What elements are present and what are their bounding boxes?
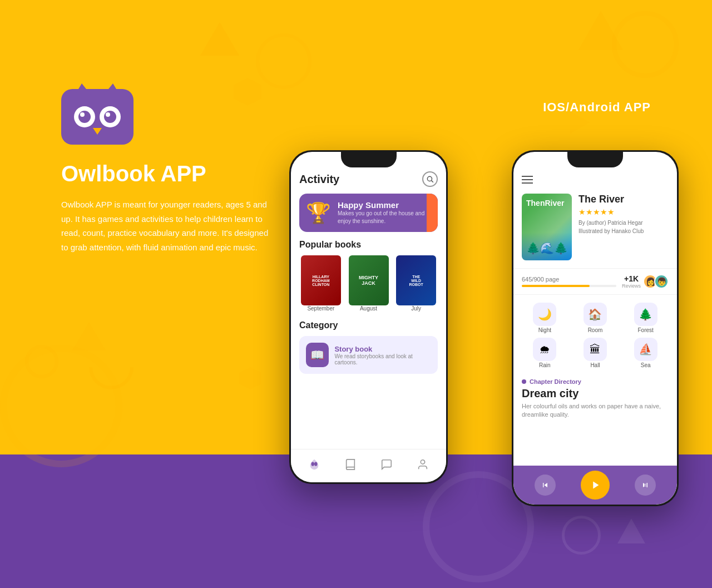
progress-bar-bg (522, 285, 616, 287)
app-description: Owlbook APP is meant for younger readers… (61, 197, 273, 254)
book-cover-mighty-jack: MIGHTYJACK (349, 255, 389, 305)
night-icon: 🌙 (533, 303, 556, 326)
deco-circle-1 (612, 11, 679, 78)
phone-notch-1 (341, 152, 397, 167)
book-detail-screen: 🌲🌊🌲 The River ★★★★★ By (author) Patricia… (513, 152, 677, 505)
book-detail-card: 🌲🌊🌲 The River ★★★★★ By (author) Patricia… (513, 188, 677, 266)
app-title: Owlbook APP (61, 161, 273, 186)
chapter-section: Chapter Directory Dream city Her colourf… (513, 374, 677, 424)
play-button[interactable] (581, 471, 610, 500)
owl-eye-left (74, 106, 95, 127)
banner-text: Happy Summer Makes you go out of the hou… (338, 200, 431, 225)
phone-book-detail: 🌲🌊🌲 The River ★★★★★ By (author) Patricia… (512, 150, 679, 506)
nav-home[interactable] (308, 458, 320, 474)
nav-library[interactable] (344, 458, 357, 474)
reviews-count: +1K (622, 274, 641, 283)
svg-point-4 (421, 459, 424, 463)
menu-line-1 (522, 176, 533, 177)
river-trees-deco: 🌲🌊🌲 (522, 241, 572, 255)
room-label: Room (588, 327, 603, 333)
progress-text: 645/900 page (522, 276, 616, 283)
hamburger-menu[interactable] (522, 176, 533, 184)
env-room[interactable]: 🏠 Room (572, 303, 619, 333)
env-sea[interactable]: ⛵ Sea (622, 338, 669, 368)
prev-button[interactable] (535, 475, 556, 496)
chapter-label-text: Chapter Directory (530, 378, 581, 385)
owl-logo (61, 89, 134, 145)
environment-grid: 🌙 Night 🏠 Room 🌲 Forest 🌧 Rain 🏛 (513, 297, 677, 374)
category-card-storybook[interactable]: 📖 Story book We read storybooks and look… (299, 336, 438, 374)
left-content: Owlbook APP Owlbook APP is meant for you… (61, 89, 273, 254)
menu-line-3 (522, 182, 533, 184)
night-label: Night (538, 327, 551, 333)
book-cover-hillary: HILLARYRODHAMCLINTON (301, 255, 341, 305)
deco-triangle-1 (200, 22, 239, 56)
deco-triangle-3 (72, 323, 106, 350)
book-item-1[interactable]: HILLARYRODHAMCLINTON September (299, 255, 343, 312)
chapter-label: Chapter Directory (522, 378, 669, 385)
owl-pupil-left (78, 111, 91, 123)
platform-label: IOS/Android APP (543, 100, 651, 115)
book-title: The River (578, 194, 669, 205)
bottom-nav (291, 449, 446, 482)
sea-icon: ⛵ (634, 338, 657, 361)
svg-point-3 (314, 462, 318, 466)
svg-line-1 (432, 181, 433, 182)
chapter-title: Dream city (522, 387, 669, 400)
next-button[interactable] (635, 475, 656, 496)
progress-section: 645/900 page +1K Reviews 👩 👦 (513, 268, 677, 295)
rain-label: Rain (539, 362, 551, 368)
nav-profile[interactable] (417, 458, 429, 474)
search-button[interactable] (422, 171, 438, 187)
env-rain[interactable]: 🌧 Rain (522, 338, 568, 368)
reviews-badge: +1K Reviews (622, 274, 641, 289)
svg-point-0 (427, 176, 432, 181)
avatar-2: 👦 (654, 274, 669, 289)
owl-beak-icon (93, 128, 102, 135)
owl-pupil-right (104, 111, 116, 123)
hall-label: Hall (590, 362, 600, 368)
progress-info: 645/900 page (522, 276, 616, 287)
chapter-description: Her colourful oils and works on paper ha… (522, 402, 669, 419)
book-month-2: August (360, 305, 377, 312)
room-icon: 🏠 (584, 303, 607, 326)
activity-screen: Activity 🏆 Happy Summer Makes you go out… (291, 152, 446, 482)
owl-eye-right (100, 106, 121, 127)
reviews-label: Reviews (622, 283, 641, 289)
category-title: Category (299, 320, 438, 330)
nav-chat[interactable] (380, 458, 393, 474)
book-author: By (author) Patricia Hegar Illustrated b… (578, 219, 669, 235)
activity-header: Activity (299, 171, 438, 187)
sea-label: Sea (641, 362, 651, 368)
menu-line-2 (522, 179, 533, 180)
deco-circle-purple-1 (562, 516, 601, 555)
hall-icon: 🏛 (584, 338, 607, 361)
progress-bar-fill (522, 285, 590, 287)
deco-triangle-purple (617, 518, 645, 543)
river-book-cover[interactable]: 🌲🌊🌲 (522, 194, 572, 260)
svg-point-2 (312, 462, 315, 466)
reviewer-avatars: 👩 👦 (646, 274, 669, 289)
detail-header (513, 171, 677, 188)
books-row: HILLARYRODHAMCLINTON September MIGHTYJAC… (299, 255, 438, 312)
popular-books-title: Popular books (299, 240, 438, 250)
deco-arrow (570, 111, 590, 134)
phone-notch-2 (567, 152, 623, 167)
book-item-2[interactable]: MIGHTYJACK August (347, 255, 390, 312)
chapter-dot (522, 379, 526, 384)
book-month-1: September (307, 305, 334, 312)
book-info: The River ★★★★★ By (author) Patricia Heg… (578, 194, 669, 235)
deco-circle-lg (0, 345, 122, 467)
storybook-text: Story book We read storybooks and look a… (334, 345, 431, 365)
activity-screen-title: Activity (299, 173, 339, 186)
phone-activity: Activity 🏆 Happy Summer Makes you go out… (289, 150, 448, 484)
book-stars: ★★★★★ (578, 207, 669, 216)
env-night[interactable]: 🌙 Night (522, 303, 568, 333)
env-hall[interactable]: 🏛 Hall (572, 338, 619, 368)
summer-banner[interactable]: 🏆 Happy Summer Makes you go out of the h… (299, 194, 438, 232)
forest-icon: 🌲 (634, 303, 657, 326)
trophy-icon: 🏆 (306, 201, 331, 225)
env-forest[interactable]: 🌲 Forest (622, 303, 669, 333)
book-item-3[interactable]: THEWILDROBOT July (394, 255, 438, 312)
banner-strip (427, 194, 438, 232)
